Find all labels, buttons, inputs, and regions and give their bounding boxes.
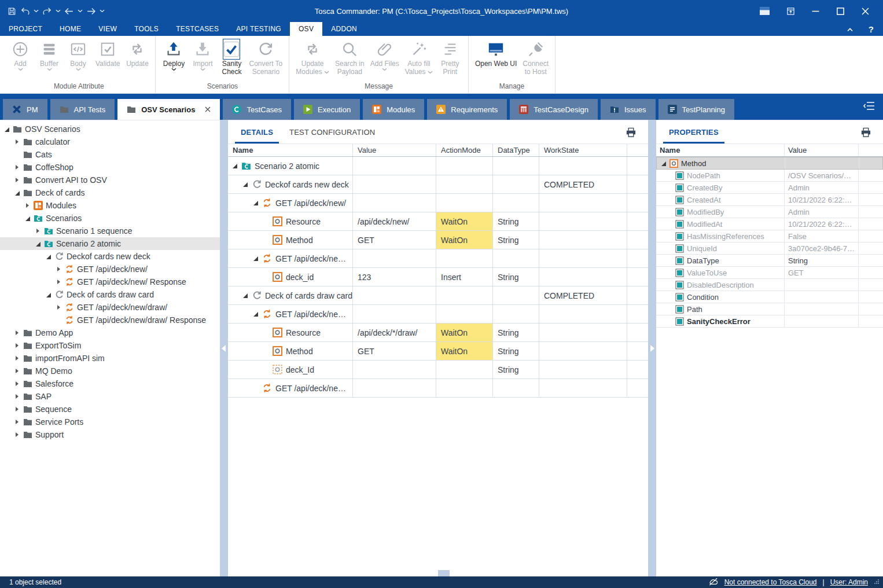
cell-actionmode[interactable]: WaitOn <box>436 231 493 249</box>
ribbon-tab-addon[interactable]: ADDON <box>322 22 366 36</box>
chevron-down-icon[interactable] <box>78 9 83 13</box>
cell-workstate[interactable] <box>539 194 627 212</box>
ribbon-button-open-web-ui[interactable]: Open Web UI <box>473 38 518 68</box>
dock-panel-button[interactable] <box>787 8 794 15</box>
tree-item-importfromapi-sim[interactable]: importFromAPI sim <box>0 352 220 365</box>
cell-value[interactable] <box>353 249 436 267</box>
ribbon-button-connect-to-host[interactable]: Connectto Host <box>521 38 550 76</box>
save-button[interactable] <box>7 6 17 16</box>
document-tab-pm[interactable]: PM <box>3 99 47 120</box>
collapse-toggle-icon[interactable] <box>14 190 20 196</box>
ribbon-button-pretty-print[interactable]: PrettyPrint <box>437 38 463 76</box>
column-header-name[interactable]: Name <box>656 144 785 156</box>
tree-item-deck-of-cards-draw-card[interactable]: Deck of cards draw card <box>0 288 220 301</box>
ribbon-button-deploy[interactable]: Deploy <box>160 38 187 74</box>
tree-item-get-api-deck-new-response[interactable]: GET /api/deck/new/ Response <box>0 275 220 288</box>
tab-test-configuration[interactable]: TEST CONFIGURATION <box>281 120 383 144</box>
property-row-nodepath[interactable]: NodePath /OSV Scenarios/… <box>656 170 883 182</box>
cell-actionmode[interactable] <box>436 157 493 175</box>
tree-item-cats[interactable]: Cats <box>0 148 220 161</box>
collapse-right-panel-icon[interactable] <box>650 345 654 352</box>
cell-workstate[interactable] <box>539 231 627 249</box>
maximize-button[interactable] <box>837 8 844 15</box>
cell-actionmode[interactable]: Insert <box>436 268 493 286</box>
tab-details[interactable]: DETAILS <box>233 120 281 144</box>
horizontal-scrollbar-thumb[interactable] <box>438 570 450 576</box>
property-value[interactable]: Admin <box>785 182 859 193</box>
right-splitter[interactable] <box>648 120 656 576</box>
tree-item-scenario-1-sequence[interactable]: Scenario 1 sequence <box>0 225 220 237</box>
expand-toggle-icon[interactable] <box>14 355 20 362</box>
cell-value[interactable]: /api/deck/new/ <box>353 212 436 230</box>
tab-list-menu-icon[interactable] <box>863 101 883 113</box>
property-row-createdby[interactable]: CreatedBy Admin <box>656 182 883 194</box>
collapse-toggle-icon[interactable] <box>660 160 667 167</box>
collapse-toggle-icon[interactable] <box>35 241 41 247</box>
property-row-uniqueid[interactable]: UniqueId 3a070ce2-9b46-7… <box>656 242 883 255</box>
cell-value[interactable] <box>353 157 436 175</box>
tree-item-demo-app[interactable]: Demo App <box>0 326 220 339</box>
cell-workstate[interactable] <box>539 268 627 286</box>
close-button[interactable] <box>862 8 869 15</box>
document-tab-issues[interactable]: Issues <box>601 99 656 120</box>
document-tab-testcasedesign[interactable]: TestCaseDesign <box>510 99 598 120</box>
property-row-datatype[interactable]: DataType String <box>656 255 883 267</box>
minimize-button[interactable] <box>812 8 819 15</box>
property-row-method[interactable]: Method <box>656 157 883 170</box>
property-value[interactable]: String <box>785 255 859 266</box>
resize-grip-icon[interactable] <box>874 578 880 586</box>
tree-item-support[interactable]: Support <box>0 428 220 441</box>
details-row-resource[interactable]: Resource /api/deck/*/draw/ WaitOn String <box>228 324 648 342</box>
expand-toggle-icon[interactable] <box>14 406 20 413</box>
cell-datatype[interactable]: String <box>493 268 539 286</box>
cell-datatype[interactable]: String <box>493 361 539 378</box>
tree-item-sap[interactable]: SAP <box>0 390 220 403</box>
cell-value[interactable] <box>353 194 436 212</box>
cell-value[interactable] <box>353 379 436 397</box>
tosca-cloud-link[interactable]: Not connected to Tosca Cloud <box>724 578 817 586</box>
ribbon-button-auto-fill-values[interactable]: Auto fillValues <box>403 38 435 76</box>
expand-toggle-icon[interactable] <box>14 164 20 171</box>
cell-value[interactable]: 123 <box>353 268 436 286</box>
cell-datatype[interactable] <box>493 157 539 175</box>
cell-value[interactable]: GET <box>353 231 436 249</box>
document-tab-osv-scenarios[interactable]: OSV Scenarios <box>117 99 220 120</box>
document-tab-testplanning[interactable]: TestPlanning <box>658 99 734 120</box>
redo-button[interactable] <box>42 6 52 16</box>
ribbon-tab-testcases[interactable]: TESTCASES <box>167 22 227 36</box>
expand-toggle-icon[interactable] <box>35 228 41 234</box>
tree-item-salesforce[interactable]: Salesforce <box>0 377 220 390</box>
details-row-deck-id[interactable]: deck_id 123 Insert String <box>228 268 648 286</box>
property-value[interactable]: 10/21/2022 6:22:… <box>785 218 859 230</box>
ribbon-button-body[interactable]: Body <box>65 38 91 74</box>
tree-item-get-api-deck-new-draw-response[interactable]: GET /api/deck/new/draw/ Response <box>0 314 220 326</box>
cell-datatype[interactable]: String <box>493 324 539 341</box>
collapse-toggle-icon[interactable] <box>45 253 51 260</box>
details-row-get-api-deck-ne[interactable]: GET /api/deck/ne… <box>228 379 648 398</box>
collapse-toggle-icon[interactable] <box>242 181 248 188</box>
cell-actionmode[interactable] <box>436 286 493 304</box>
forward-button[interactable] <box>86 6 96 16</box>
cell-datatype[interactable]: String <box>493 342 539 360</box>
property-value[interactable]: /OSV Scenarios/… <box>785 170 859 181</box>
undo-button[interactable] <box>20 6 30 16</box>
ribbon-button-import[interactable]: Import <box>189 38 216 74</box>
document-tab-requirements[interactable]: Requirements <box>427 99 507 120</box>
cell-workstate[interactable]: COMPLETED <box>539 286 627 304</box>
document-tab-api-tests[interactable]: API Tests <box>50 99 115 120</box>
ribbon-tab-tools[interactable]: TOOLS <box>126 22 167 36</box>
property-row-hasmissingreferences[interactable]: HasMissingReferences False <box>656 230 883 242</box>
ribbon-tab-project[interactable]: PROJECT <box>0 22 51 36</box>
details-row-deck-id[interactable]: deck_Id String <box>228 361 648 379</box>
collapse-toggle-icon[interactable] <box>24 215 31 222</box>
collapse-toggle-icon[interactable] <box>252 255 259 262</box>
property-row-sanitycheckerror[interactable]: SanityCheckError <box>656 315 883 328</box>
document-tab-modules[interactable]: Modules <box>363 99 424 120</box>
cell-workstate[interactable] <box>539 249 627 267</box>
chevron-down-icon[interactable] <box>100 9 105 13</box>
collapse-toggle-icon[interactable] <box>45 292 51 298</box>
tree-item-sequence[interactable]: Sequence <box>0 403 220 416</box>
column-header-value[interactable]: Value <box>785 144 859 156</box>
cell-value[interactable]: GET <box>353 342 436 360</box>
cell-actionmode[interactable] <box>436 379 493 397</box>
